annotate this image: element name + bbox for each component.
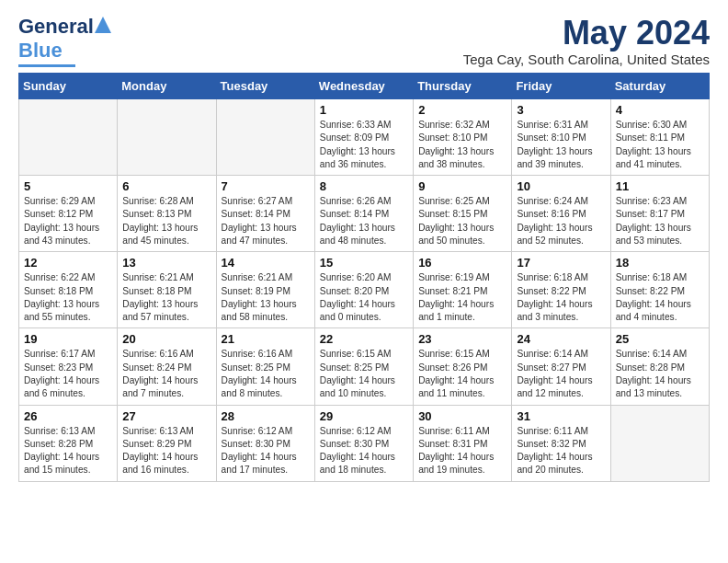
table-row: 15Sunrise: 6:20 AM Sunset: 8:20 PM Dayli… xyxy=(314,252,413,328)
day-number: 20 xyxy=(122,332,210,346)
logo-icon xyxy=(95,17,111,37)
table-row: 5Sunrise: 6:29 AM Sunset: 8:12 PM Daylig… xyxy=(19,176,118,252)
day-number: 16 xyxy=(418,256,506,270)
table-row: 22Sunrise: 6:15 AM Sunset: 8:25 PM Dayli… xyxy=(314,328,413,405)
day-number: 31 xyxy=(517,409,605,423)
month-title: May 2024 xyxy=(463,15,710,52)
col-thursday: Thursday xyxy=(414,74,512,99)
table-row: 7Sunrise: 6:27 AM Sunset: 8:14 PM Daylig… xyxy=(216,176,314,252)
day-info: Sunrise: 6:28 AM Sunset: 8:13 PM Dayligh… xyxy=(122,195,210,247)
day-info: Sunrise: 6:20 AM Sunset: 8:20 PM Dayligh… xyxy=(320,271,408,324)
day-info: Sunrise: 6:30 AM Sunset: 8:11 PM Dayligh… xyxy=(616,119,704,171)
day-number: 23 xyxy=(418,332,506,346)
day-number: 22 xyxy=(320,332,408,346)
day-number: 30 xyxy=(418,409,506,423)
table-row: 26Sunrise: 6:13 AM Sunset: 8:28 PM Dayli… xyxy=(19,405,118,481)
day-info: Sunrise: 6:12 AM Sunset: 8:30 PM Dayligh… xyxy=(320,425,408,477)
title-section: May 2024 Tega Cay, South Carolina, Unite… xyxy=(463,15,710,67)
table-row: 17Sunrise: 6:18 AM Sunset: 8:22 PM Dayli… xyxy=(512,252,610,328)
day-info: Sunrise: 6:25 AM Sunset: 8:15 PM Dayligh… xyxy=(418,195,506,247)
day-number: 8 xyxy=(320,179,408,193)
header: General Blue May 2024 Tega Cay, South Ca… xyxy=(18,15,710,67)
col-wednesday: Wednesday xyxy=(314,74,413,99)
calendar-week-row: 19Sunrise: 6:17 AM Sunset: 8:23 PM Dayli… xyxy=(19,328,710,405)
calendar-header-row: Sunday Monday Tuesday Wednesday Thursday… xyxy=(19,74,710,99)
day-info: Sunrise: 6:17 AM Sunset: 8:23 PM Dayligh… xyxy=(24,348,112,400)
day-number: 17 xyxy=(517,256,605,270)
day-number: 29 xyxy=(320,409,408,423)
day-info: Sunrise: 6:29 AM Sunset: 8:12 PM Dayligh… xyxy=(24,195,112,247)
table-row: 2Sunrise: 6:32 AM Sunset: 8:10 PM Daylig… xyxy=(414,99,512,176)
day-info: Sunrise: 6:18 AM Sunset: 8:22 PM Dayligh… xyxy=(517,271,605,324)
day-info: Sunrise: 6:26 AM Sunset: 8:14 PM Dayligh… xyxy=(320,195,408,247)
table-row: 30Sunrise: 6:11 AM Sunset: 8:31 PM Dayli… xyxy=(414,405,512,481)
day-info: Sunrise: 6:18 AM Sunset: 8:22 PM Dayligh… xyxy=(616,271,704,324)
day-info: Sunrise: 6:24 AM Sunset: 8:16 PM Dayligh… xyxy=(517,195,605,247)
day-info: Sunrise: 6:13 AM Sunset: 8:28 PM Dayligh… xyxy=(24,425,112,477)
day-info: Sunrise: 6:16 AM Sunset: 8:25 PM Dayligh… xyxy=(222,348,310,400)
table-row: 9Sunrise: 6:25 AM Sunset: 8:15 PM Daylig… xyxy=(414,176,512,252)
day-info: Sunrise: 6:32 AM Sunset: 8:10 PM Dayligh… xyxy=(418,119,506,171)
table-row: 23Sunrise: 6:15 AM Sunset: 8:26 PM Dayli… xyxy=(414,328,512,405)
day-info: Sunrise: 6:21 AM Sunset: 8:18 PM Dayligh… xyxy=(122,271,210,324)
table-row: 20Sunrise: 6:16 AM Sunset: 8:24 PM Dayli… xyxy=(118,328,216,405)
table-row: 12Sunrise: 6:22 AM Sunset: 8:18 PM Dayli… xyxy=(19,252,118,328)
day-number: 5 xyxy=(24,179,112,193)
day-number: 26 xyxy=(24,409,112,423)
table-row: 4Sunrise: 6:30 AM Sunset: 8:11 PM Daylig… xyxy=(610,99,709,176)
logo-underline xyxy=(18,64,75,67)
day-number: 2 xyxy=(418,103,506,117)
table-row: 24Sunrise: 6:14 AM Sunset: 8:27 PM Dayli… xyxy=(512,328,610,405)
day-number: 9 xyxy=(418,179,506,193)
table-row: 1Sunrise: 6:33 AM Sunset: 8:09 PM Daylig… xyxy=(314,99,413,176)
day-info: Sunrise: 6:27 AM Sunset: 8:14 PM Dayligh… xyxy=(222,195,310,247)
day-number: 15 xyxy=(320,256,408,270)
table-row xyxy=(118,99,216,176)
table-row: 16Sunrise: 6:19 AM Sunset: 8:21 PM Dayli… xyxy=(414,252,512,328)
calendar-week-row: 1Sunrise: 6:33 AM Sunset: 8:09 PM Daylig… xyxy=(19,99,710,176)
day-info: Sunrise: 6:14 AM Sunset: 8:27 PM Dayligh… xyxy=(517,348,605,400)
day-number: 14 xyxy=(222,256,310,270)
day-info: Sunrise: 6:23 AM Sunset: 8:17 PM Dayligh… xyxy=(616,195,704,247)
calendar-week-row: 26Sunrise: 6:13 AM Sunset: 8:28 PM Dayli… xyxy=(19,405,710,481)
day-info: Sunrise: 6:12 AM Sunset: 8:30 PM Dayligh… xyxy=(222,425,310,477)
day-info: Sunrise: 6:11 AM Sunset: 8:31 PM Dayligh… xyxy=(418,425,506,477)
calendar-body: 1Sunrise: 6:33 AM Sunset: 8:09 PM Daylig… xyxy=(19,99,710,482)
table-row: 8Sunrise: 6:26 AM Sunset: 8:14 PM Daylig… xyxy=(314,176,413,252)
day-info: Sunrise: 6:31 AM Sunset: 8:10 PM Dayligh… xyxy=(517,119,605,171)
table-row: 31Sunrise: 6:11 AM Sunset: 8:32 PM Dayli… xyxy=(512,405,610,481)
logo: General Blue xyxy=(18,15,112,67)
day-number: 7 xyxy=(222,179,310,193)
day-number: 28 xyxy=(222,409,310,423)
page: General Blue May 2024 Tega Cay, South Ca… xyxy=(0,0,728,491)
table-row: 29Sunrise: 6:12 AM Sunset: 8:30 PM Dayli… xyxy=(314,405,413,481)
day-number: 10 xyxy=(517,179,605,193)
table-row: 13Sunrise: 6:21 AM Sunset: 8:18 PM Dayli… xyxy=(118,252,216,328)
day-number: 18 xyxy=(616,256,704,270)
day-number: 6 xyxy=(122,179,210,193)
day-number: 19 xyxy=(24,332,112,346)
table-row: 21Sunrise: 6:16 AM Sunset: 8:25 PM Dayli… xyxy=(216,328,314,405)
table-row: 18Sunrise: 6:18 AM Sunset: 8:22 PM Dayli… xyxy=(610,252,709,328)
table-row: 11Sunrise: 6:23 AM Sunset: 8:17 PM Dayli… xyxy=(610,176,709,252)
day-number: 27 xyxy=(122,409,210,423)
logo-general: General xyxy=(18,15,94,39)
day-number: 24 xyxy=(517,332,605,346)
day-number: 3 xyxy=(517,103,605,117)
day-info: Sunrise: 6:21 AM Sunset: 8:19 PM Dayligh… xyxy=(222,271,310,324)
calendar-week-row: 5Sunrise: 6:29 AM Sunset: 8:12 PM Daylig… xyxy=(19,176,710,252)
day-info: Sunrise: 6:14 AM Sunset: 8:28 PM Dayligh… xyxy=(616,348,704,400)
table-row xyxy=(216,99,314,176)
table-row: 14Sunrise: 6:21 AM Sunset: 8:19 PM Dayli… xyxy=(216,252,314,328)
day-info: Sunrise: 6:22 AM Sunset: 8:18 PM Dayligh… xyxy=(24,271,112,324)
day-info: Sunrise: 6:11 AM Sunset: 8:32 PM Dayligh… xyxy=(517,425,605,477)
table-row: 28Sunrise: 6:12 AM Sunset: 8:30 PM Dayli… xyxy=(216,405,314,481)
day-info: Sunrise: 6:19 AM Sunset: 8:21 PM Dayligh… xyxy=(418,271,506,324)
day-number: 11 xyxy=(616,179,704,193)
table-row: 25Sunrise: 6:14 AM Sunset: 8:28 PM Dayli… xyxy=(610,328,709,405)
table-row: 6Sunrise: 6:28 AM Sunset: 8:13 PM Daylig… xyxy=(118,176,216,252)
table-row: 10Sunrise: 6:24 AM Sunset: 8:16 PM Dayli… xyxy=(512,176,610,252)
day-number: 12 xyxy=(24,256,112,270)
day-number: 13 xyxy=(122,256,210,270)
col-monday: Monday xyxy=(118,74,216,99)
